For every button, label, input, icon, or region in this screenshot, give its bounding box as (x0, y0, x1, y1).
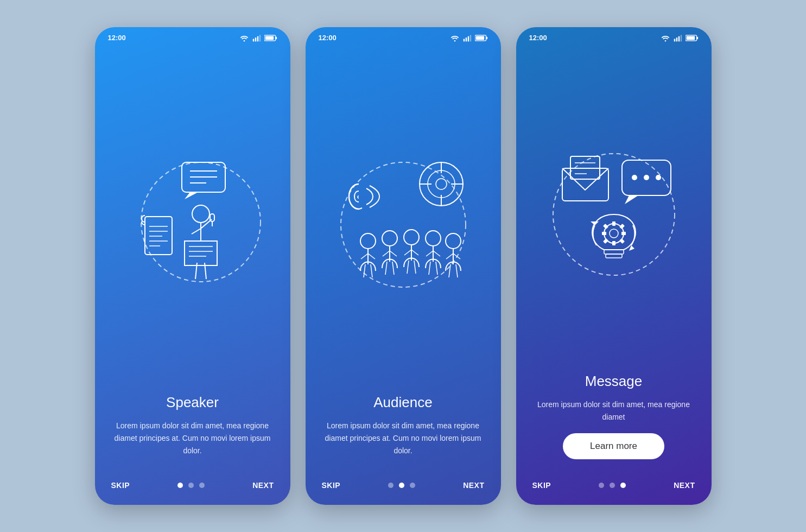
signal-icon-3 (674, 34, 682, 42)
audience-skip[interactable]: SKIP (322, 481, 341, 490)
speaker-skip[interactable]: SKIP (111, 481, 130, 490)
message-nav: SKIP NEXT (516, 472, 712, 505)
signal-icon-2 (463, 34, 472, 42)
audience-next[interactable]: NEXT (463, 481, 484, 490)
audience-dots (388, 483, 415, 488)
svg-line-57 (368, 254, 375, 259)
svg-rect-78 (678, 36, 679, 41)
svg-point-91 (644, 175, 649, 180)
svg-rect-95 (606, 254, 622, 258)
wifi-icon (239, 34, 249, 42)
speaker-next[interactable]: NEXT (252, 481, 274, 490)
message-text-area: Message Lorem ipsum dolor sit dim amet, … (516, 373, 712, 472)
svg-line-18 (192, 229, 201, 234)
svg-point-49 (426, 231, 441, 246)
svg-rect-36 (486, 36, 487, 39)
message-title: Message (532, 373, 695, 390)
message-skip[interactable]: SKIP (532, 481, 551, 490)
svg-rect-2 (257, 36, 258, 41)
svg-rect-101 (621, 232, 626, 235)
svg-line-65 (453, 254, 460, 259)
svg-marker-106 (591, 221, 599, 225)
message-body: Lorem ipsum dolor sit dim amet, mea regi… (532, 398, 695, 423)
svg-rect-76 (674, 39, 675, 41)
wifi-icon-3 (661, 34, 670, 42)
svg-line-72 (429, 262, 430, 275)
wifi-icon-2 (450, 34, 460, 42)
svg-line-71 (414, 261, 416, 274)
svg-line-68 (385, 262, 387, 275)
audience-text-area: Audience Lorem ipsum dolor sit dim amet,… (306, 394, 501, 472)
screen-audience: 12:00 (306, 27, 501, 505)
svg-rect-99 (612, 241, 615, 245)
svg-point-46 (360, 233, 376, 249)
speaker-illustration (95, 45, 290, 394)
svg-rect-23 (145, 217, 172, 255)
dot-1-active (177, 483, 183, 488)
dot-2-active (399, 483, 404, 488)
battery-icon (264, 35, 277, 41)
svg-line-70 (407, 261, 409, 274)
svg-point-41 (436, 179, 447, 189)
svg-rect-19 (185, 241, 217, 265)
speaker-dots (177, 483, 205, 488)
svg-rect-1 (255, 37, 256, 41)
svg-rect-79 (680, 35, 681, 41)
svg-point-97 (610, 229, 618, 238)
speaker-nav: SKIP NEXT (95, 472, 290, 505)
svg-line-56 (361, 254, 368, 259)
svg-rect-98 (612, 221, 615, 226)
svg-line-64 (446, 254, 453, 259)
svg-line-75 (456, 264, 458, 277)
svg-line-69 (392, 262, 394, 275)
message-dots (599, 483, 626, 488)
svg-line-59 (390, 251, 397, 256)
audience-illustration (306, 45, 501, 394)
svg-line-61 (411, 250, 418, 255)
svg-point-40 (428, 170, 455, 198)
message-illustration (516, 45, 712, 373)
svg-point-47 (382, 231, 397, 246)
status-time-2: 12:00 (319, 34, 337, 42)
svg-rect-100 (602, 232, 606, 235)
svg-rect-32 (465, 37, 466, 41)
svg-rect-34 (469, 35, 471, 41)
speaker-title: Speaker (111, 394, 274, 411)
audience-body: Lorem ipsum dolor sit dim amet, mea regi… (322, 420, 485, 457)
status-bar-3: 12:00 (516, 27, 712, 45)
svg-rect-105 (619, 238, 625, 244)
dot-1-inactive-2 (199, 483, 205, 488)
learn-more-button[interactable]: Learn more (563, 433, 664, 459)
svg-rect-102 (603, 224, 608, 229)
audience-nav: SKIP NEXT (306, 472, 501, 505)
svg-rect-33 (467, 36, 468, 41)
svg-rect-6 (265, 36, 273, 40)
svg-rect-16 (210, 214, 214, 221)
status-icons-1 (239, 34, 277, 42)
svg-line-63 (433, 251, 440, 256)
dot-2-inactive-2 (410, 483, 415, 488)
svg-rect-77 (676, 37, 677, 41)
audience-title: Audience (322, 394, 485, 411)
status-icons-2 (450, 34, 488, 42)
svg-line-58 (383, 251, 390, 256)
message-next[interactable]: NEXT (674, 481, 695, 490)
dot-3-active (620, 483, 626, 488)
svg-point-50 (446, 233, 461, 249)
screen-speaker: 12:00 (95, 27, 290, 505)
svg-point-38 (341, 162, 466, 287)
svg-rect-37 (475, 36, 484, 40)
svg-rect-103 (619, 224, 625, 229)
signal-icon (252, 34, 261, 42)
svg-marker-93 (625, 195, 638, 204)
svg-rect-81 (697, 36, 698, 39)
status-icons-3 (661, 34, 699, 42)
svg-point-13 (192, 205, 210, 223)
svg-line-73 (436, 262, 437, 275)
svg-rect-0 (252, 39, 253, 41)
battery-icon-2 (475, 35, 488, 41)
svg-line-60 (404, 250, 411, 255)
screen-message: 12:00 (516, 27, 712, 505)
speaker-body: Lorem ipsum dolor sit dim amet, mea regi… (111, 420, 274, 457)
status-time-1: 12:00 (108, 34, 126, 42)
